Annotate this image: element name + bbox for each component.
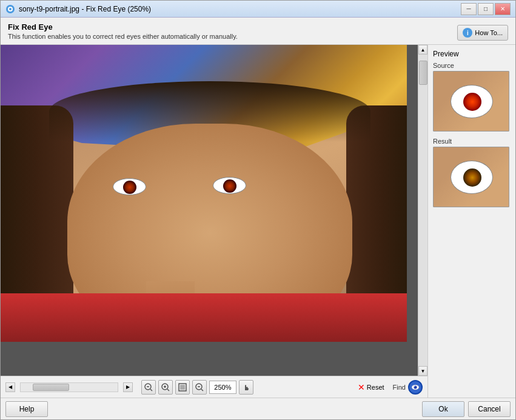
scroll-thumb-h[interactable] <box>33 384 69 391</box>
preview-title: Preview <box>433 50 511 58</box>
info-icon: i <box>463 28 472 38</box>
scroll-track-v[interactable] <box>418 55 427 366</box>
main-content: ▲ ▼ ◀ ▶ <box>1 44 515 398</box>
bottom-toolbar: ◀ ▶ <box>1 376 427 398</box>
source-eye-pupil <box>463 93 481 111</box>
svg-rect-11 <box>180 385 185 390</box>
right-eye-white <box>213 177 246 194</box>
left-eye-white <box>113 178 146 195</box>
vertical-scrollbar[interactable]: ▲ ▼ <box>418 45 427 376</box>
result-eye-white <box>451 161 493 194</box>
image-canvas[interactable] <box>1 45 418 376</box>
find-label: Find <box>393 384 406 391</box>
zoom-in-button[interactable] <box>158 380 173 395</box>
hand-icon <box>242 383 250 392</box>
footer-left: Help <box>5 401 48 417</box>
window-controls: ─ □ ✕ <box>461 3 511 15</box>
eye-icon <box>411 383 420 392</box>
feature-description: This function enables you to correct red… <box>8 33 238 40</box>
window-title: sony-t9-portrait.jpg - Fix Red Eye (250%… <box>19 5 461 13</box>
zoom-in-icon <box>161 383 170 392</box>
feature-title: Fix Red Eye <box>8 22 238 32</box>
zoom-minus-icon <box>195 383 204 392</box>
zoom-value-input[interactable] <box>209 381 236 394</box>
portrait-image <box>1 45 407 342</box>
source-label: Source <box>433 62 511 69</box>
result-label: Result <box>433 138 511 145</box>
svg-point-17 <box>414 386 415 387</box>
app-icon <box>5 4 15 14</box>
svg-line-14 <box>201 389 203 391</box>
zoom-out-icon <box>144 383 153 392</box>
maximize-button[interactable]: □ <box>478 3 494 15</box>
find-button[interactable] <box>408 380 423 395</box>
scroll-left-button[interactable]: ◀ <box>5 382 15 392</box>
scroll-down-button[interactable]: ▼ <box>418 366 427 376</box>
how-to-button[interactable]: i How To... <box>457 25 508 41</box>
svg-line-5 <box>150 389 152 391</box>
svg-point-2 <box>9 8 12 10</box>
header-area: Fix Red Eye This function enables you to… <box>1 18 515 44</box>
zoom-out-button2[interactable] <box>192 380 207 395</box>
reset-x-icon: ✕ <box>358 382 365 392</box>
result-preview <box>433 147 509 207</box>
minimize-button[interactable]: ─ <box>461 3 477 15</box>
main-window: sony-t9-portrait.jpg - Fix Red Eye (250%… <box>0 0 516 420</box>
hand-tool-button[interactable] <box>239 380 253 395</box>
reset-button[interactable]: ✕ Reset <box>355 381 387 393</box>
right-eye <box>213 177 246 194</box>
fit-window-button[interactable] <box>175 380 190 395</box>
ok-button[interactable]: Ok <box>422 401 464 417</box>
clothing-layer <box>1 293 407 342</box>
source-preview <box>433 71 509 132</box>
help-button[interactable]: Help <box>5 401 48 417</box>
image-row: ▲ ▼ <box>1 45 427 376</box>
scroll-right-button[interactable]: ▶ <box>123 382 133 392</box>
image-wrapper: ▲ ▼ ◀ ▶ <box>1 45 427 398</box>
reset-label: Reset <box>367 384 384 391</box>
scroll-thumb-v[interactable] <box>419 61 427 85</box>
fit-icon <box>178 383 187 392</box>
left-eye <box>113 178 146 195</box>
preview-panel: Preview Source Result <box>427 45 515 398</box>
zoom-out-button[interactable] <box>141 380 156 395</box>
svg-point-16 <box>414 385 417 388</box>
header-info: Fix Red Eye This function enables you to… <box>8 22 238 40</box>
how-to-label: How To... <box>475 29 503 36</box>
horizontal-scrollbar[interactable] <box>20 382 118 392</box>
close-button[interactable]: ✕ <box>495 3 511 15</box>
right-eye-pupil <box>223 179 236 193</box>
source-eye-white <box>451 85 493 118</box>
result-eye-pupil <box>463 168 481 187</box>
cancel-button[interactable]: Cancel <box>468 401 511 417</box>
scroll-up-button[interactable]: ▲ <box>418 45 427 55</box>
svg-line-9 <box>167 389 169 391</box>
title-bar: sony-t9-portrait.jpg - Fix Red Eye (250%… <box>1 1 515 18</box>
footer-right: Ok Cancel <box>422 401 511 417</box>
left-eye-pupil <box>123 181 136 194</box>
footer: Help Ok Cancel <box>1 398 515 419</box>
